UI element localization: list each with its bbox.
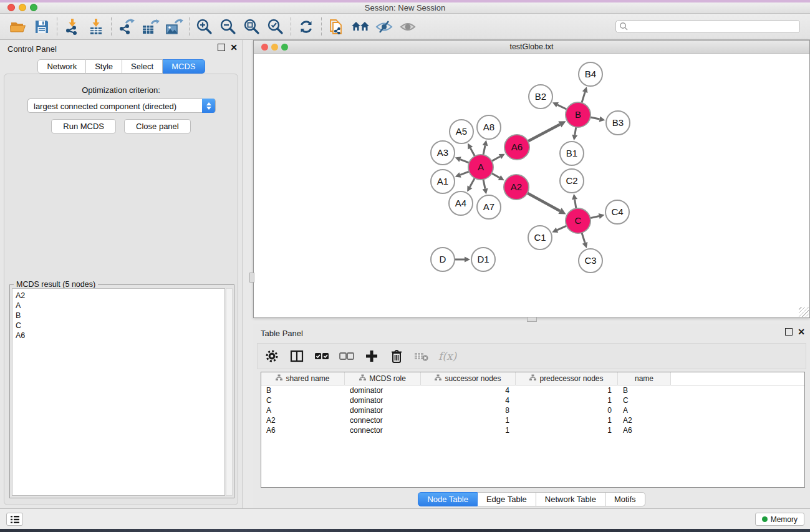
gear-icon[interactable] xyxy=(264,348,280,364)
column-header-name[interactable]: name xyxy=(618,372,671,385)
delete-column-icon[interactable] xyxy=(413,348,430,364)
graph-edge-A-A6[interactable] xyxy=(491,157,500,162)
graph-edge-C-C1[interactable] xyxy=(557,226,567,230)
memory-button[interactable]: Memory xyxy=(755,513,804,526)
graph-edge-A-A2[interactable] xyxy=(491,173,499,178)
window-resize-grip[interactable] xyxy=(799,307,809,317)
zoom-selected-icon[interactable] xyxy=(264,17,287,37)
zoom-in-icon[interactable] xyxy=(193,17,216,37)
graph-edge-C-C4[interactable] xyxy=(590,216,599,218)
select-all-icon[interactable] xyxy=(314,348,330,364)
column-header-shared-name[interactable]: shared name xyxy=(261,372,345,385)
result-item-b[interactable]: B xyxy=(16,311,224,321)
table-header-row: shared nameMCDS rolesuccessor nodesprede… xyxy=(261,372,804,385)
refresh-icon[interactable] xyxy=(294,17,318,37)
cell: connector xyxy=(345,415,421,425)
table-row-c[interactable]: Cdominator41C xyxy=(261,395,804,405)
export-table-icon[interactable] xyxy=(138,17,162,37)
node-table[interactable]: shared nameMCDS rolesuccessor nodesprede… xyxy=(261,372,805,488)
tab-edge-table[interactable]: Edge Table xyxy=(478,492,536,506)
graph-node-label-A5: A5 xyxy=(456,126,467,137)
close-panel-button[interactable]: Close panel xyxy=(124,119,191,133)
function-icon[interactable]: f(x) xyxy=(438,348,456,364)
split-panel-icon[interactable] xyxy=(289,348,305,364)
graph-edge-A-A7[interactable] xyxy=(483,179,485,189)
tab-network-table[interactable]: Network Table xyxy=(536,492,605,506)
column-header-predecessor-nodes[interactable]: predecessor nodes xyxy=(516,372,618,385)
graph-edge-C-C3[interactable] xyxy=(582,232,585,243)
table-row-a[interactable]: Adominator80A xyxy=(261,405,804,415)
import-table-icon[interactable] xyxy=(84,17,108,37)
zoom-out-icon[interactable] xyxy=(216,17,240,37)
table-row-a2[interactable]: A2connector11A2 xyxy=(261,415,804,425)
toolbar-separator xyxy=(189,17,190,36)
graph-edge-A6-B[interactable] xyxy=(528,124,560,142)
tab-motifs[interactable]: Motifs xyxy=(605,492,645,506)
dropdown-stepper-icon[interactable] xyxy=(202,99,215,113)
graph-edge-A-A1[interactable] xyxy=(460,172,470,175)
deselect-all-icon[interactable] xyxy=(339,348,355,364)
result-item-a[interactable]: A xyxy=(16,301,224,311)
show-panels-button[interactable] xyxy=(6,513,23,526)
graph-edge-A-A5[interactable] xyxy=(470,148,475,157)
column-header-successor-nodes[interactable]: successor nodes xyxy=(421,372,516,385)
edge-arrowhead-icon xyxy=(599,117,605,122)
graph-node-label-B4: B4 xyxy=(585,69,596,79)
two-houses-icon[interactable] xyxy=(349,17,372,37)
result-item-c[interactable]: C xyxy=(16,321,224,331)
eye-icon[interactable] xyxy=(396,17,420,37)
network-from-selection-icon[interactable] xyxy=(325,17,349,37)
cell: 1 xyxy=(421,415,516,425)
tab-node-table[interactable]: Node Table xyxy=(418,492,478,506)
zoom-fit-icon[interactable] xyxy=(240,17,264,37)
close-panel-icon[interactable]: ✕ xyxy=(230,44,238,51)
float-table-panel-icon[interactable] xyxy=(785,328,793,336)
graph-node-label-A8: A8 xyxy=(483,122,494,132)
graph-edge-B-B2[interactable] xyxy=(557,105,567,110)
left-splitter-handle[interactable] xyxy=(249,273,254,283)
tab-mcds[interactable]: MCDS xyxy=(163,59,205,74)
mcds-result-list[interactable]: A2ABCA6 xyxy=(12,288,225,496)
tab-style[interactable]: Style xyxy=(86,59,122,74)
import-network-icon[interactable] xyxy=(60,17,84,37)
export-image-icon[interactable] xyxy=(162,17,186,37)
table-row-b[interactable]: Bdominator41B xyxy=(261,385,804,395)
float-panel-icon[interactable] xyxy=(218,44,225,51)
network-canvas[interactable]: AA1A2A3A4A5A6A7A8BB1B2B3B4CC1C2C3C4DD1 xyxy=(254,54,809,317)
close-table-panel-icon[interactable]: ✕ xyxy=(798,328,805,336)
result-list-scrollbar[interactable] xyxy=(226,288,233,496)
network-window-titlebar[interactable]: testGlobe.txt xyxy=(254,41,809,54)
column-label: MCDS role xyxy=(369,374,406,383)
save-icon[interactable] xyxy=(30,17,54,37)
plus-icon[interactable] xyxy=(364,348,380,364)
eye-slash-icon[interactable] xyxy=(372,17,396,37)
bottom-splitter-handle[interactable] xyxy=(527,317,537,322)
graph-edge-A-A4[interactable] xyxy=(470,178,475,187)
tab-network[interactable]: Network xyxy=(37,59,86,74)
table-row-a6[interactable]: A6connector11A6 xyxy=(261,425,804,435)
cell: A6 xyxy=(618,425,671,435)
graph-edge-A2-C[interactable] xyxy=(527,193,560,211)
titlebar[interactable]: Session: New Session xyxy=(0,2,810,14)
search-input[interactable] xyxy=(615,20,800,33)
graph-edge-C-C2[interactable] xyxy=(575,200,576,210)
cell-filler xyxy=(671,405,804,415)
graph-node-label-D: D xyxy=(440,254,446,264)
graph-edge-B-B3[interactable] xyxy=(590,117,600,119)
cell: dominator xyxy=(345,395,421,405)
result-item-a6[interactable]: A6 xyxy=(16,331,224,341)
run-mcds-button[interactable]: Run MCDS xyxy=(51,119,116,133)
result-item-a2[interactable]: A2 xyxy=(16,291,224,301)
optimization-criterion-dropdown[interactable]: largest connected component (directed) xyxy=(27,99,216,113)
column-header-MCDS-role[interactable]: MCDS role xyxy=(345,372,421,385)
tab-select[interactable]: Select xyxy=(122,59,163,74)
toolbar-separator xyxy=(111,17,112,36)
trash-icon[interactable] xyxy=(388,348,405,364)
graph-edge-B-B4[interactable] xyxy=(582,92,586,104)
export-network-icon[interactable] xyxy=(115,17,138,37)
cell: 0 xyxy=(516,405,618,415)
open-folder-icon[interactable] xyxy=(6,17,30,37)
graph-edge-B-B1[interactable] xyxy=(575,127,576,135)
graph-edge-A-A8[interactable] xyxy=(483,145,485,155)
graph-edge-A-A3[interactable] xyxy=(460,160,470,163)
